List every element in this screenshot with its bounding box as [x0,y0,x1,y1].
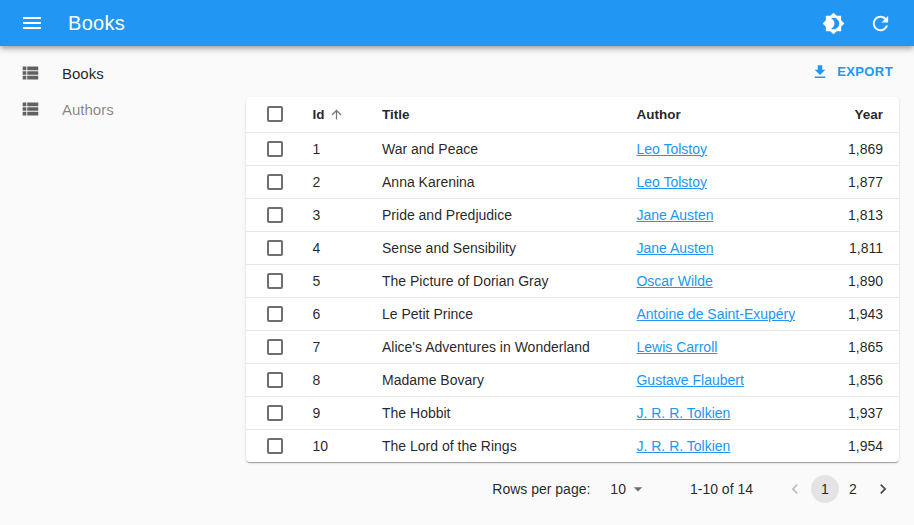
chevron-left-icon [785,479,805,499]
author-link[interactable]: Oscar Wilde [636,273,712,289]
row-checkbox[interactable] [267,273,283,289]
table-row[interactable]: 10 The Lord of the Rings J. R. R. Tolkie… [246,429,899,462]
column-header-id-label: Id [312,107,324,122]
row-checkbox[interactable] [267,438,283,454]
row-select-cell [246,429,312,462]
cell-title: Pride and Predjudice [382,198,636,231]
row-select-cell [246,297,312,330]
row-select-cell [246,330,312,363]
row-checkbox[interactable] [267,306,283,322]
row-checkbox[interactable] [267,174,283,190]
dark-mode-toggle-icon [822,12,845,35]
column-header-id[interactable]: Id [312,97,382,132]
cell-title: Sense and Sensibility [382,231,636,264]
menu-icon [20,11,44,35]
select-all-checkbox[interactable] [267,106,283,122]
row-checkbox[interactable] [267,207,283,223]
theme-toggle-button[interactable] [818,8,849,39]
cell-year: 1,811 [795,231,899,264]
rows-per-page-value: 10 [610,481,626,497]
author-link[interactable]: Lewis Carroll [636,339,717,355]
pagination-bar: Rows per page: 10 1-10 of 14 12 [246,462,899,515]
sidebar-item-label: Books [62,65,104,82]
books-table: Id Title Author Year 1 War [246,97,899,462]
cell-id: 8 [312,363,382,396]
author-link[interactable]: Antoine de Saint-Exupéry [636,306,795,322]
refresh-button[interactable] [865,8,896,39]
select-all-cell [246,97,312,132]
cell-title: Madame Bovary [382,363,636,396]
export-button-label: EXPORT [837,64,893,79]
cell-year: 1,943 [795,297,899,330]
cell-id: 2 [312,165,382,198]
rows-per-page-select[interactable]: 10 [610,479,648,499]
cell-id: 9 [312,396,382,429]
cell-year: 1,856 [795,363,899,396]
cell-id: 3 [312,198,382,231]
author-link[interactable]: Jane Austen [636,240,713,256]
cell-title: Alice's Adventures in Wonderland [382,330,636,363]
page-button-2[interactable]: 2 [839,475,867,503]
table-row[interactable]: 5 The Picture of Dorian Gray Oscar Wilde… [246,264,899,297]
cell-year: 1,865 [795,330,899,363]
next-page-button[interactable] [871,477,895,501]
sort-asc-arrow-icon [329,107,344,122]
cell-title: The Lord of the Rings [382,429,636,462]
table-row[interactable]: 8 Madame Bovary Gustave Flaubert 1,856 [246,363,899,396]
cell-author: Jane Austen [636,198,795,231]
view-list-icon [19,98,41,120]
row-checkbox[interactable] [267,240,283,256]
page-title: Books [68,12,125,35]
cell-year: 1,813 [795,198,899,231]
author-link[interactable]: Gustave Flaubert [636,372,743,388]
column-header-year[interactable]: Year [795,97,899,132]
row-checkbox[interactable] [267,141,283,157]
author-link[interactable]: Jane Austen [636,207,713,223]
sidebar-item-authors[interactable]: Authors [0,91,246,127]
row-select-cell [246,396,312,429]
page-button-1[interactable]: 1 [811,475,839,503]
cell-author: Antoine de Saint-Exupéry [636,297,795,330]
author-link[interactable]: Leo Tolstoy [636,174,707,190]
view-list-icon [19,62,41,84]
cell-id: 10 [312,429,382,462]
cell-year: 1,937 [795,396,899,429]
author-link[interactable]: J. R. R. Tolkien [636,438,730,454]
list-toolbar: EXPORT [246,46,899,97]
export-button[interactable]: EXPORT [805,59,899,85]
table-row[interactable]: 9 The Hobbit J. R. R. Tolkien 1,937 [246,396,899,429]
author-link[interactable]: Leo Tolstoy [636,141,707,157]
table-row[interactable]: 6 Le Petit Prince Antoine de Saint-Exupé… [246,297,899,330]
cell-year: 1,877 [795,165,899,198]
row-checkbox[interactable] [267,405,283,421]
cell-author: Lewis Carroll [636,330,795,363]
table-row[interactable]: 7 Alice's Adventures in Wonderland Lewis… [246,330,899,363]
column-header-title[interactable]: Title [382,97,636,132]
row-select-cell [246,165,312,198]
cell-title: War and Peace [382,132,636,165]
refresh-icon [869,12,892,35]
page-navigation: 12 [783,475,895,503]
previous-page-button[interactable] [783,477,807,501]
table-row[interactable]: 3 Pride and Predjudice Jane Austen 1,813 [246,198,899,231]
cell-id: 4 [312,231,382,264]
row-select-cell [246,132,312,165]
sidebar-item-books[interactable]: Books [0,55,246,91]
row-select-cell [246,264,312,297]
table-row[interactable]: 1 War and Peace Leo Tolstoy 1,869 [246,132,899,165]
author-link[interactable]: J. R. R. Tolkien [636,405,730,421]
table-header-row: Id Title Author Year [246,97,899,132]
table-row[interactable]: 2 Anna Karenina Leo Tolstoy 1,877 [246,165,899,198]
column-header-author[interactable]: Author [636,97,795,132]
sidebar-item-label: Authors [62,101,114,118]
chevron-right-icon [873,479,893,499]
menu-button[interactable] [16,7,48,39]
main-content: EXPORT Id [246,46,899,515]
row-select-cell [246,231,312,264]
row-checkbox[interactable] [267,339,283,355]
sidebar: Books Authors [0,46,246,127]
row-checkbox[interactable] [267,372,283,388]
cell-author: Leo Tolstoy [636,165,795,198]
cell-author: Leo Tolstoy [636,132,795,165]
table-row[interactable]: 4 Sense and Sensibility Jane Austen 1,81… [246,231,899,264]
